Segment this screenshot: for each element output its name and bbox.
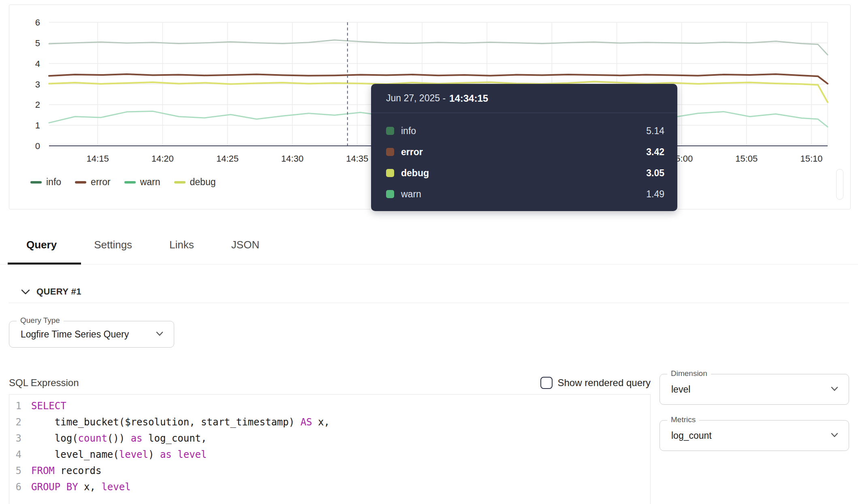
legend-swatch <box>124 181 136 184</box>
tooltip-row-warn: warn1.49 <box>371 184 677 205</box>
tab-query[interactable]: Query <box>26 239 57 251</box>
show-rendered-query-checkbox[interactable] <box>540 377 553 389</box>
sql-expression-label: SQL Expression <box>9 377 79 389</box>
svg-text:4: 4 <box>35 59 40 69</box>
svg-text:14:15: 14:15 <box>87 154 109 164</box>
dimension-select[interactable]: Dimension level <box>660 374 849 405</box>
svg-text:1: 1 <box>35 120 40 130</box>
series-name: error <box>401 147 646 158</box>
tooltip-timestamp: Jun 27, 2025 - 14:34:15 <box>371 84 677 113</box>
tab-json[interactable]: JSON <box>231 239 259 251</box>
tab-links[interactable]: Links <box>169 239 194 251</box>
legend-item-info[interactable]: info <box>30 177 61 188</box>
legend-label: error <box>91 177 111 188</box>
series-swatch <box>386 148 394 156</box>
query-section-title: QUERY #1 <box>36 286 81 297</box>
series-swatch <box>386 127 394 135</box>
chevron-down-icon <box>156 331 163 336</box>
series-value: 5.14 <box>646 126 664 137</box>
line-number: 1 <box>9 398 21 414</box>
query-type-select[interactable]: Query Type Logfire Time Series Query <box>9 321 174 348</box>
code-text: SELECT <box>21 398 66 414</box>
tooltip-row-debug: debug3.05 <box>371 162 677 184</box>
dashboard-panel-editor: 012345614:1514:2014:2514:3014:3514:4014:… <box>0 0 858 504</box>
legend-item-debug[interactable]: debug <box>174 177 216 188</box>
tooltip-rows: info5.14error3.42debug3.05warn1.49 <box>371 113 677 205</box>
tab-settings[interactable]: Settings <box>94 239 132 251</box>
code-text: level_name(level) as level <box>21 446 207 463</box>
chart-tooltip: Jun 27, 2025 - 14:34:15 info5.14error3.4… <box>371 84 677 211</box>
tab-bar: Query Settings Links JSON <box>0 229 858 265</box>
active-tab-underline <box>8 263 81 265</box>
svg-text:14:20: 14:20 <box>152 154 174 164</box>
tooltip-row-error: error3.42 <box>371 141 677 162</box>
series-value: 1.49 <box>646 189 664 200</box>
metrics-select[interactable]: Metrics log_count <box>660 420 849 451</box>
code-line-1[interactable]: 1SELECT <box>9 398 650 414</box>
legend-label: warn <box>140 177 160 188</box>
line-number: 5 <box>9 463 21 479</box>
sql-code-editor[interactable]: 1SELECT2 time_bucket($resolution, start_… <box>9 394 651 504</box>
svg-text:5: 5 <box>35 38 40 48</box>
line-number: 6 <box>9 479 21 495</box>
svg-text:6: 6 <box>35 17 40 28</box>
tooltip-row-info: info5.14 <box>371 120 677 141</box>
query-section-header[interactable]: QUERY #1 <box>21 282 81 301</box>
legend-swatch <box>75 181 86 184</box>
svg-text:0: 0 <box>35 141 40 151</box>
sql-expression-row: SQL Expression Show rendered query <box>9 374 651 392</box>
legend-item-error[interactable]: error <box>75 177 111 188</box>
series-swatch <box>386 190 394 198</box>
tooltip-time: 14:34:15 <box>449 93 488 104</box>
series-name: debug <box>401 168 646 179</box>
series-value: 3.42 <box>646 147 664 158</box>
svg-text:14:25: 14:25 <box>216 154 239 164</box>
chart-legend: infoerrorwarndebug <box>30 177 216 188</box>
code-line-5[interactable]: 5FROM records <box>9 463 650 479</box>
code-text: log(count()) as log_count, <box>21 430 207 446</box>
scrollbar-thumb[interactable] <box>836 169 843 200</box>
legend-item-warn[interactable]: warn <box>124 177 160 188</box>
svg-text:3: 3 <box>35 79 40 90</box>
line-number: 2 <box>9 414 21 430</box>
code-line-6[interactable]: 6GROUP BY x, level <box>9 479 650 495</box>
tooltip-date: Jun 27, 2025 - <box>386 93 446 104</box>
code-line-3[interactable]: 3 log(count()) as log_count, <box>9 430 650 446</box>
code-line-2[interactable]: 2 time_bucket($resolution, start_timesta… <box>9 414 650 430</box>
svg-text:14:35: 14:35 <box>346 154 368 164</box>
code-text: time_bucket($resolution, start_timestamp… <box>21 414 330 430</box>
metrics-value: log_count <box>671 421 712 451</box>
dimension-value: level <box>671 374 690 404</box>
legend-swatch <box>174 181 186 184</box>
query-type-value: Logfire Time Series Query <box>21 321 129 347</box>
code-text: GROUP BY x, level <box>21 479 131 495</box>
chevron-down-icon <box>831 433 838 438</box>
series-name: info <box>401 126 646 137</box>
code-line-4[interactable]: 4 level_name(level) as level <box>9 446 650 463</box>
svg-text:14:30: 14:30 <box>281 154 303 164</box>
series-value: 3.05 <box>646 168 664 179</box>
line-number: 4 <box>9 446 21 463</box>
series-name: warn <box>401 189 646 200</box>
code-text: FROM records <box>21 463 101 479</box>
legend-swatch <box>30 181 42 184</box>
show-rendered-query-label: Show rendered query <box>558 377 651 389</box>
svg-text:15:05: 15:05 <box>735 154 758 164</box>
legend-label: debug <box>190 177 216 188</box>
chevron-down-icon <box>831 387 838 391</box>
legend-label: info <box>46 177 61 188</box>
series-swatch <box>386 169 394 177</box>
chevron-down-icon <box>21 289 30 295</box>
line-number: 3 <box>9 430 21 446</box>
svg-text:15:10: 15:10 <box>800 154 822 164</box>
show-rendered-query-toggle[interactable]: Show rendered query <box>540 377 651 389</box>
svg-text:2: 2 <box>35 100 40 110</box>
divider <box>9 303 849 303</box>
